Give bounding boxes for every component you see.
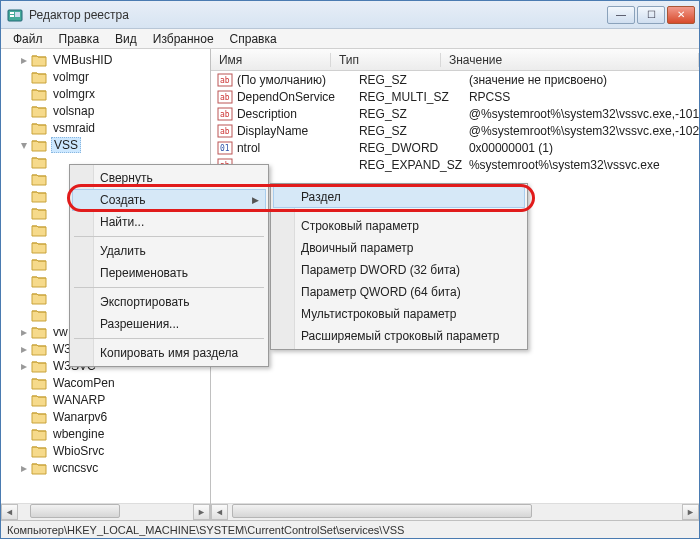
value-type: REG_SZ: [351, 107, 461, 121]
value-type: REG_MULTI_SZ: [351, 90, 461, 104]
expand-icon[interactable]: ·: [9, 206, 31, 220]
menu-help[interactable]: Справка: [222, 30, 285, 48]
scroll-thumb[interactable]: [30, 504, 120, 518]
menu-view[interactable]: Вид: [107, 30, 145, 48]
tree-item[interactable]: ·WacomPen: [1, 374, 210, 391]
menu-item[interactable]: Строковый параметр: [273, 215, 525, 237]
list-row[interactable]: 01ntrolREG_DWORD0x00000001 (1): [211, 139, 699, 156]
menu-item[interactable]: Создать▶: [72, 189, 266, 211]
value-type: REG_EXPAND_SZ: [351, 158, 461, 172]
close-button[interactable]: ✕: [667, 6, 695, 24]
tree-item-label: VMBusHID: [51, 53, 114, 67]
expand-icon[interactable]: ▸: [9, 461, 31, 475]
expand-icon[interactable]: ·: [9, 274, 31, 288]
expand-icon[interactable]: ·: [9, 240, 31, 254]
expand-icon[interactable]: ·: [9, 155, 31, 169]
menu-item[interactable]: Раздел: [273, 186, 525, 208]
menu-item[interactable]: Разрешения...: [72, 313, 266, 335]
menu-item[interactable]: Удалить: [72, 240, 266, 262]
menu-favorites[interactable]: Избранное: [145, 30, 222, 48]
menu-item[interactable]: Параметр DWORD (32 бита): [273, 259, 525, 281]
expand-icon[interactable]: ·: [9, 104, 31, 118]
svg-text:ab: ab: [220, 110, 230, 119]
value-name: (По умолчанию): [237, 73, 351, 87]
statusbar: Компьютер\HKEY_LOCAL_MACHINE\SYSTEM\Curr…: [1, 520, 699, 538]
tree-item-label: volmgr: [51, 70, 91, 84]
col-value[interactable]: Значение: [441, 53, 699, 67]
menu-item[interactable]: Копировать имя раздела: [72, 342, 266, 364]
tree-item-label: WacomPen: [51, 376, 117, 390]
context-submenu[interactable]: РазделСтроковый параметрДвоичный парамет…: [270, 183, 528, 350]
menu-item[interactable]: Расширяемый строковый параметр: [273, 325, 525, 347]
value-name: DisplayName: [237, 124, 351, 138]
svg-text:ab: ab: [220, 76, 230, 85]
menu-item[interactable]: Мультистроковый параметр: [273, 303, 525, 325]
list-row[interactable]: abREG_EXPAND_SZ%systemroot%\system32\vss…: [211, 156, 699, 173]
regedit-icon: [7, 7, 23, 23]
expand-icon[interactable]: ·: [9, 172, 31, 186]
list-row[interactable]: ab(По умолчанию)REG_SZ(значение не присв…: [211, 71, 699, 88]
expand-icon[interactable]: ·: [9, 410, 31, 424]
menu-item[interactable]: Найти...: [72, 211, 266, 233]
menu-item[interactable]: Параметр QWORD (64 бита): [273, 281, 525, 303]
expand-icon[interactable]: ▸: [9, 53, 31, 67]
value-name: ntrol: [237, 141, 351, 155]
list-row[interactable]: abDescriptionREG_SZ@%systemroot%\system3…: [211, 105, 699, 122]
expand-icon[interactable]: ▸: [9, 342, 31, 356]
tree-item[interactable]: ·wbengine: [1, 425, 210, 442]
menu-item[interactable]: Свернуть: [72, 167, 266, 189]
list-rows[interactable]: ab(По умолчанию)REG_SZ(значение не присв…: [211, 71, 699, 173]
context-menu[interactable]: СвернутьСоздать▶Найти...УдалитьПереимено…: [69, 164, 269, 367]
expand-icon[interactable]: ·: [9, 257, 31, 271]
tree-item[interactable]: ·volsnap: [1, 102, 210, 119]
list-hscroll[interactable]: ◄ ►: [211, 503, 699, 520]
tree-item[interactable]: ·WANARP: [1, 391, 210, 408]
expand-icon[interactable]: ▾: [9, 138, 31, 152]
tree-item[interactable]: ▾VSS: [1, 136, 210, 153]
expand-icon[interactable]: ·: [9, 87, 31, 101]
scroll-thumb[interactable]: [232, 504, 532, 518]
value-data: @%systemroot%\system32\vssvc.exe,-102: [461, 124, 699, 138]
tree-item-label: VSS: [51, 137, 81, 153]
value-data: %systemroot%\system32\vssvc.exe: [461, 158, 699, 172]
list-row[interactable]: abDisplayNameREG_SZ@%systemroot%\system3…: [211, 122, 699, 139]
tree-item-label: vsmraid: [51, 121, 97, 135]
expand-icon[interactable]: ·: [9, 444, 31, 458]
expand-icon[interactable]: ·: [9, 308, 31, 322]
col-type[interactable]: Тип: [331, 53, 441, 67]
col-name[interactable]: Имя: [211, 53, 331, 67]
tree-item[interactable]: ·WbioSrvc: [1, 442, 210, 459]
tree-hscroll[interactable]: ◄ ►: [1, 503, 210, 520]
minimize-button[interactable]: —: [607, 6, 635, 24]
expand-icon[interactable]: ▸: [9, 359, 31, 373]
expand-icon[interactable]: ·: [9, 70, 31, 84]
tree-item-label: wcncsvc: [51, 461, 100, 475]
tree-item[interactable]: ·vsmraid: [1, 119, 210, 136]
expand-icon[interactable]: ·: [9, 291, 31, 305]
scroll-left-icon[interactable]: ◄: [1, 504, 18, 520]
menu-edit[interactable]: Правка: [51, 30, 108, 48]
tree-item-label: Wanarpv6: [51, 410, 109, 424]
scroll-right-icon[interactable]: ►: [193, 504, 210, 520]
menu-item[interactable]: Переименовать: [72, 262, 266, 284]
menu-item[interactable]: Двоичный параметр: [273, 237, 525, 259]
expand-icon[interactable]: ▸: [9, 325, 31, 339]
list-row[interactable]: abDependOnServiceREG_MULTI_SZRPCSS: [211, 88, 699, 105]
expand-icon[interactable]: ·: [9, 393, 31, 407]
expand-icon[interactable]: ·: [9, 189, 31, 203]
expand-icon[interactable]: ·: [9, 427, 31, 441]
expand-icon[interactable]: ·: [9, 121, 31, 135]
tree-item[interactable]: ▸wcncsvc: [1, 459, 210, 476]
tree-item[interactable]: ▸VMBusHID: [1, 51, 210, 68]
menu-file[interactable]: Файл: [5, 30, 51, 48]
expand-icon[interactable]: ·: [9, 223, 31, 237]
tree-item[interactable]: ·volmgr: [1, 68, 210, 85]
tree-item[interactable]: ·Wanarpv6: [1, 408, 210, 425]
menu-item[interactable]: Экспортировать: [72, 291, 266, 313]
expand-icon[interactable]: ·: [9, 376, 31, 390]
tree-item[interactable]: ·volmgrx: [1, 85, 210, 102]
svg-rect-3: [15, 12, 20, 17]
scroll-left-icon[interactable]: ◄: [211, 504, 228, 520]
scroll-right-icon[interactable]: ►: [682, 504, 699, 520]
maximize-button[interactable]: ☐: [637, 6, 665, 24]
